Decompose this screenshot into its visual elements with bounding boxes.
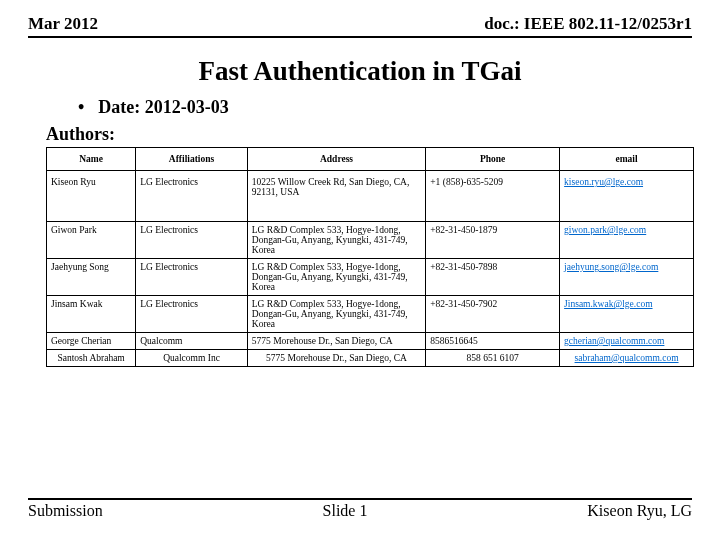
page-title: Fast Authentication in TGai (28, 56, 692, 87)
cell-aff: Qualcomm Inc (136, 350, 248, 367)
cell-name: Giwon Park (47, 222, 136, 259)
cell-name: Kiseon Ryu (47, 171, 136, 222)
table-row: Jaehyung Song LG Electronics LG R&D Comp… (47, 259, 694, 296)
table-row: George Cherian Qualcomm 5775 Morehouse D… (47, 333, 694, 350)
cell-name: Jinsam Kwak (47, 296, 136, 333)
email-link[interactable]: sabraham@qualcomm.com (575, 353, 679, 363)
table-row: Giwon Park LG Electronics LG R&D Complex… (47, 222, 694, 259)
cell-aff: LG Electronics (136, 222, 248, 259)
cell-aff: LG Electronics (136, 296, 248, 333)
cell-aff: LG Electronics (136, 259, 248, 296)
table-row: Santosh Abraham Qualcomm Inc 5775 Moreho… (47, 350, 694, 367)
footer-center: Slide 1 (323, 502, 368, 520)
date-line: •Date: 2012-03-03 (78, 97, 692, 118)
cell-phone: 8586516645 (426, 333, 560, 350)
col-name: Name (47, 148, 136, 171)
header-doc-id: doc.: IEEE 802.11-12/0253r1 (484, 14, 692, 34)
cell-phone: 858 651 6107 (426, 350, 560, 367)
email-link[interactable]: gcherian@qualcomm.com (564, 336, 664, 346)
email-link[interactable]: Jinsam.kwak@lge.com (564, 299, 652, 309)
cell-name: George Cherian (47, 333, 136, 350)
cell-email: jaehyung.song@lge.com (560, 259, 694, 296)
cell-email: gcherian@qualcomm.com (560, 333, 694, 350)
email-link[interactable]: kiseon.ryu@lge.com (564, 177, 643, 187)
table-row: Jinsam Kwak LG Electronics LG R&D Comple… (47, 296, 694, 333)
cell-email: sabraham@qualcomm.com (560, 350, 694, 367)
email-link[interactable]: jaehyung.song@lge.com (564, 262, 658, 272)
footer-bar: Submission Slide 1 Kiseon Ryu, LG (28, 498, 692, 520)
cell-addr: 10225 Willow Creek Rd, San Diego, CA, 92… (247, 171, 425, 222)
cell-name: Jaehyung Song (47, 259, 136, 296)
authors-label: Authors: (46, 124, 692, 145)
bullet-icon: • (78, 97, 84, 118)
date-label: Date: 2012-03-03 (98, 97, 228, 117)
cell-name: Santosh Abraham (47, 350, 136, 367)
cell-aff: Qualcomm (136, 333, 248, 350)
cell-phone: +82-31-450-7902 (426, 296, 560, 333)
cell-addr: LG R&D Complex 533, Hogye-1dong, Dongan-… (247, 222, 425, 259)
authors-table: Name Affiliations Address Phone email Ki… (46, 147, 694, 367)
table-header-row: Name Affiliations Address Phone email (47, 148, 694, 171)
cell-addr: 5775 Morehouse Dr., San Diego, CA (247, 333, 425, 350)
cell-email: giwon.park@lge.com (560, 222, 694, 259)
email-link[interactable]: giwon.park@lge.com (564, 225, 646, 235)
footer-left: Submission (28, 502, 103, 520)
cell-email: Jinsam.kwak@lge.com (560, 296, 694, 333)
header-date: Mar 2012 (28, 14, 98, 34)
cell-phone: +82-31-450-7898 (426, 259, 560, 296)
cell-phone: +1 (858)-635-5209 (426, 171, 560, 222)
table-row: Kiseon Ryu LG Electronics 10225 Willow C… (47, 171, 694, 222)
col-affiliations: Affiliations (136, 148, 248, 171)
col-phone: Phone (426, 148, 560, 171)
col-email: email (560, 148, 694, 171)
cell-addr: 5775 Morehouse Dr., San Diego, CA (247, 350, 425, 367)
cell-addr: LG R&D Complex 533, Hogye-1dong, Dongan-… (247, 296, 425, 333)
cell-phone: +82-31-450-1879 (426, 222, 560, 259)
footer-right: Kiseon Ryu, LG (587, 502, 692, 520)
header-bar: Mar 2012 doc.: IEEE 802.11-12/0253r1 (28, 14, 692, 38)
cell-aff: LG Electronics (136, 171, 248, 222)
cell-addr: LG R&D Complex 533, Hogye-1dong, Dongan-… (247, 259, 425, 296)
col-address: Address (247, 148, 425, 171)
cell-email: kiseon.ryu@lge.com (560, 171, 694, 222)
